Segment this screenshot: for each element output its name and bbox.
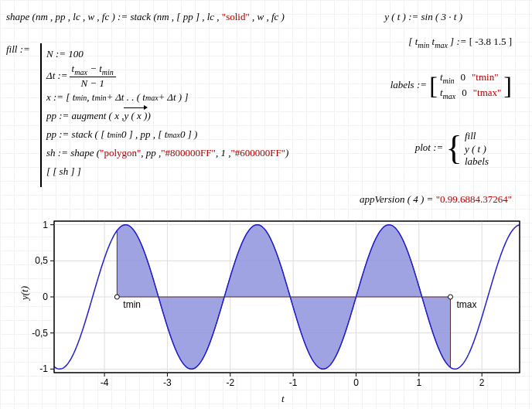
def-plot: plot := { fill y ( t ) labels [415,130,489,168]
svg-point-37 [114,295,119,299]
t: Δt := [46,70,68,82]
svg-text:-3: -3 [163,377,172,388]
svg-text:tmin: tmin [123,299,141,310]
t: pp := augment ( x , [46,110,124,122]
t: pp := stack ( [ t [46,128,110,141]
t: sh := shape ( [46,147,100,159]
t: labels [465,155,489,168]
svg-text:-2: -2 [226,377,234,388]
s: min [102,67,114,76]
program-bar [40,43,42,187]
t: x := [ t [46,91,75,104]
lit: "tmax" [473,87,502,99]
s: min [110,131,121,139]
s: max [167,131,180,139]
t: fill := [6,43,30,55]
svg-text:tmax: tmax [457,299,477,310]
program-block: N := 100 Δt := tmax − tmin N − 1 x := [ … [46,45,288,181]
t: [ -3.8 1.5 ] [469,36,512,47]
t: 0 ] ) [180,128,197,141]
svg-text:0,5: 0,5 [35,255,48,266]
labels-matrix: [ tmin0"tmin" tmax0"tmax" ] [429,71,512,100]
vec: y ( x ) [124,110,147,122]
t: stack (nm , [ pp ] , lc , [130,11,221,22]
t: y ( t ) := sin ( 3 · t ) [384,11,462,22]
t: , w , fc ) [250,11,285,22]
t: ] := [450,36,466,47]
brace-icon: { [446,135,462,162]
svg-text:-1: -1 [289,377,298,388]
t: 0 [461,71,466,84]
ylabel: y(t) [19,286,31,300]
t: ) [147,110,150,122]
t: [ t [408,36,418,47]
app-version: appVersion ( 4 ) = "0.99.6884.37264" [360,193,512,206]
svg-text:-4: -4 [101,377,109,388]
t: N − 1 [80,77,104,88]
svg-text:0: 0 [43,291,48,302]
s: max [74,67,87,76]
lit: "tmin" [472,71,498,84]
lit: "polygon" [100,147,141,159]
t: , 1 , [216,147,231,159]
plot-svg: -4-3-2-1012-1-0,500,51tmintmax [19,216,526,393]
t: fill [465,130,489,142]
lit: "0.99.6884.37264" [436,193,512,205]
fill-label: fill := [6,43,30,56]
xlabel: t [281,393,285,405]
lit: "#800000FF" [161,147,216,159]
s: max [443,91,456,100]
t: , pp , [141,147,161,159]
t: y ( x ) [124,110,147,121]
t: shape (nm , pp , lc , w , fc ) := [6,11,128,22]
s: max [145,94,159,102]
svg-text:1: 1 [43,220,48,230]
s: max [435,41,448,49]
svg-text:0: 0 [353,377,359,388]
t: − t [87,63,102,74]
t: + Δt . . ( t [106,91,145,104]
t: [ [ sh ] ] [46,165,81,178]
t: + Δt ) ] [159,91,189,104]
svg-text:-1: -1 [39,363,48,374]
def-N: N := 100 [46,48,84,60]
t: ) [285,147,288,159]
svg-text:-0,5: -0,5 [32,328,48,339]
t: 0 [462,87,467,99]
t: 0 ] , pp , [ t [121,128,167,141]
def-y: y ( t ) := sin ( 3 · t ) [384,11,462,23]
lit: "#600000FF" [230,147,285,159]
t: appVersion ( 4 ) = [360,193,436,205]
svg-text:1: 1 [416,377,421,388]
s: min [75,94,87,102]
def-shape: shape (nm , pp , lc , w , fc ) := stack … [6,11,285,23]
t: plot := [415,141,444,153]
def-labels: labels := [ tmin0"tmin" tmax0"tmax" ] [390,71,512,100]
lit-solid: "solid" [222,11,250,22]
s: min [443,77,455,85]
svg-point-39 [448,295,453,299]
t: labels := [390,79,427,90]
s: min [418,41,429,49]
frac: tmax − tmin N − 1 [70,63,116,89]
s: min [94,94,106,102]
t: , t [87,91,94,104]
def-tminmax: [ tmin tmax ] := [ -3.8 1.5 ] [408,36,512,49]
plot-region: y(t) -4-3-2-1012-1-0,500,51tmintmax t [19,216,526,402]
svg-text:2: 2 [479,377,485,388]
t: y ( t ) [465,143,489,155]
